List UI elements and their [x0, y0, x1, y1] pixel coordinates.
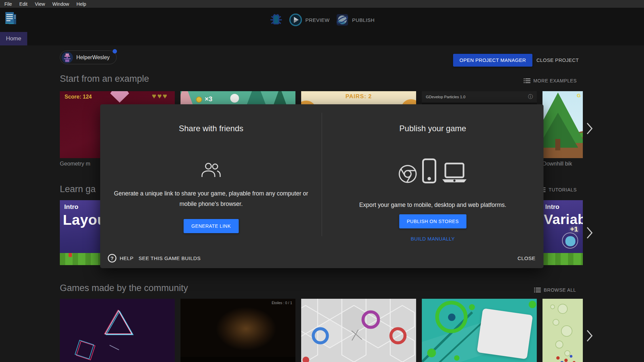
chrome-icon [398, 164, 417, 184]
tree-trunk [555, 139, 560, 150]
user-avatar [62, 52, 73, 63]
gdevelop-window: File Edit View Window Help [0, 0, 644, 362]
see-this-game-builds-button[interactable]: SEE THIS GAME BUILDS [138, 255, 201, 261]
share-description: Generate a unique link to share your gam… [109, 188, 314, 209]
publish-on-stores-button[interactable]: PUBLISH ON STORES [399, 214, 467, 228]
browse-all-label: BROWSE ALL [544, 287, 576, 293]
tutorial-kicker: Intro [64, 203, 78, 211]
plus-one-badge: +1 [570, 225, 578, 233]
preview-label: PREVIEW [306, 17, 330, 23]
learn-section-title: Learn ga [60, 184, 96, 194]
publish-title: Publish your game [322, 124, 544, 133]
community-thumb-bubbles[interactable] [542, 299, 583, 362]
list-icon [534, 287, 541, 293]
open-project-manager-button[interactable]: OPEN PROJECT MANAGER [453, 54, 532, 67]
svg-text:?: ? [111, 255, 114, 261]
community-carousel: Étoiles : 0 / 1 [60, 299, 583, 362]
publish-column: Publish your game [322, 104, 544, 268]
blob-creature [565, 236, 575, 246]
hexagon-board [301, 299, 416, 362]
menu-help[interactable]: Help [73, 1, 90, 7]
examples-section-title: Start from an example [60, 74, 149, 84]
menu-view[interactable]: View [31, 1, 49, 7]
browse-all-button[interactable]: BROWSE ALL [534, 287, 576, 293]
dialog-footer-actions: ? HELP SEE THIS GAME BUILDS [108, 254, 201, 263]
stars-counter: Étoiles : 0 / 1 [272, 301, 292, 305]
help-button[interactable]: ? HELP [108, 254, 133, 263]
grass-strip [542, 253, 583, 265]
username-label: HelperWesley [76, 55, 110, 61]
debug-icon[interactable] [270, 13, 283, 26]
community-thumb-rings[interactable] [422, 299, 537, 362]
tulip-shape [69, 253, 72, 257]
notification-dot-icon [113, 49, 117, 53]
list-icon [524, 78, 530, 83]
player-ball [230, 94, 239, 103]
close-project-button[interactable]: CLOSE PROJECT [536, 54, 579, 67]
example-thumb-downhill[interactable]: G [542, 91, 583, 158]
campfire-glow [207, 301, 285, 357]
preview-button[interactable]: PREVIEW [289, 13, 330, 27]
coin-counter: ×3 [205, 95, 212, 103]
close-dialog-button[interactable]: CLOSE [518, 255, 535, 261]
publish-description: Export your game to mobile, desktop and … [325, 200, 540, 210]
question-circle-icon: ? [108, 254, 117, 263]
corner-label: G [577, 93, 581, 98]
green-dot [427, 349, 436, 357]
caption-downhill: Downhill bik [542, 160, 572, 167]
white-square [477, 308, 533, 359]
coin-icon [196, 97, 202, 103]
green-dot [529, 301, 536, 308]
build-manually-link[interactable]: BUILD MANUALLY [322, 236, 544, 242]
more-examples-label: MORE EXAMPLES [533, 78, 577, 83]
menu-file[interactable]: File [1, 1, 16, 7]
user-chip[interactable]: HelperWesley [60, 50, 117, 64]
gem-shape [110, 91, 129, 103]
community-thumb-hexagons[interactable] [301, 299, 416, 362]
project-manager-icon[interactable] [4, 11, 18, 27]
tutorials-next-chevron-icon[interactable] [586, 226, 594, 240]
neon-shapes [60, 299, 175, 362]
toolbar-center: PREVIEW PUBLISH [270, 8, 375, 32]
caption-geometry: Geometry m [60, 160, 90, 167]
builds-label: SEE THIS GAME BUILDS [138, 255, 201, 261]
home-page: HelperWesley OPEN PROJECT MANAGER CLOSE … [0, 45, 644, 362]
more-examples-button[interactable]: MORE EXAMPLES [524, 78, 577, 83]
share-title: Share with friends [100, 124, 322, 133]
toolbar: PREVIEW PUBLISH [0, 8, 644, 32]
tab-home[interactable]: Home [0, 32, 27, 45]
share-publish-dialog: Share with friends Generate a unique lin… [100, 104, 544, 268]
share-column: Share with friends Generate a unique lin… [100, 104, 322, 268]
publish-button[interactable]: PUBLISH [335, 13, 374, 27]
ring-core-dot [448, 314, 455, 321]
score-label: Score: 124 [65, 94, 92, 100]
menu-window[interactable]: Window [49, 1, 73, 7]
tutorials-button[interactable]: TUTORIALS [539, 187, 577, 192]
generate-link-button[interactable]: GENERATE LINK [184, 219, 239, 233]
community-thumb-night[interactable]: Étoiles : 0 / 1 [180, 299, 295, 362]
pairs-label: PAIRS: 2 [301, 93, 416, 100]
bubbles-and-creatures [542, 299, 583, 362]
info-icon[interactable]: ⓘ [528, 94, 533, 100]
community-thumb-neon[interactable] [60, 299, 175, 362]
examples-next-chevron-icon[interactable] [586, 122, 594, 135]
hearts-icon: ♥♥♥ [152, 92, 168, 101]
play-circle-icon [289, 13, 303, 27]
ground-silhouette [180, 357, 295, 362]
tutorial-thumb-variables[interactable]: Intro Variables +1 [542, 200, 583, 265]
particles-title: GDevelop Particles 1.0 [426, 95, 528, 99]
help-label: HELP [120, 255, 133, 261]
tutorials-label: TUTORIALS [549, 187, 577, 192]
laptop-icon [441, 162, 468, 184]
blob-selection-ring [562, 232, 578, 249]
tab-bar: Home [0, 32, 644, 45]
publish-label: PUBLISH [352, 17, 374, 23]
community-section-title: Games made by the community [60, 283, 188, 293]
particles-header: GDevelop Particles 1.0 ⓘ [422, 91, 537, 103]
community-next-chevron-icon[interactable] [586, 329, 594, 342]
green-dot [454, 355, 459, 361]
menu-edit[interactable]: Edit [16, 1, 31, 7]
people-icon [200, 162, 223, 179]
green-dot [469, 304, 475, 310]
tutorial-kicker: Intro [545, 203, 559, 211]
